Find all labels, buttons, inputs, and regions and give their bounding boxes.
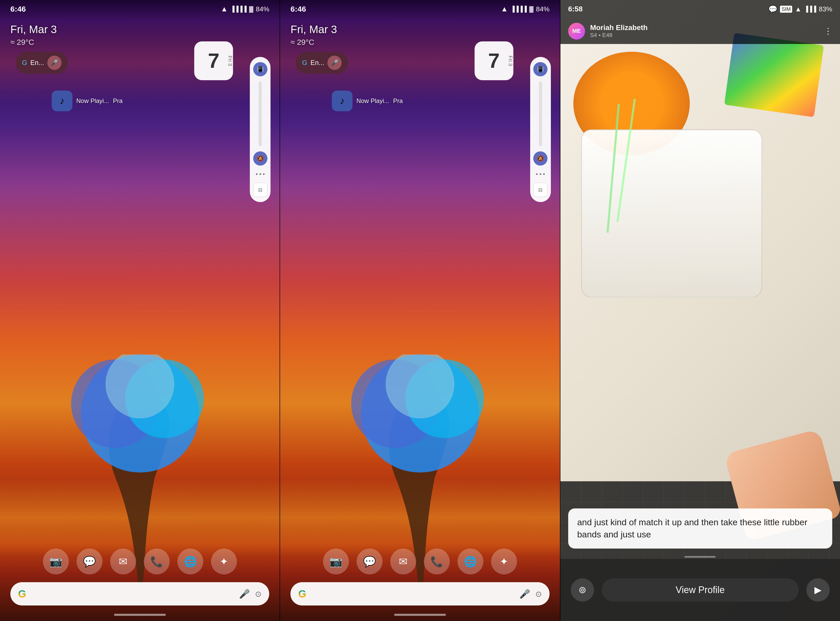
battery-pct-2: 84% [536, 5, 550, 13]
volume-slider-1[interactable] [258, 82, 262, 146]
weather-text-2: ≈ 29°C [290, 38, 337, 47]
wifi-icon-2: ▲ [501, 5, 508, 13]
music-widget-1[interactable]: ♪ Now Playi... Pra [52, 91, 122, 111]
clock-number-2: 7 [488, 49, 500, 73]
translator-widget-2[interactable]: G En... 🎤 [296, 52, 348, 74]
dock-camera-1[interactable]: 📷 [43, 548, 69, 574]
volume-panel-1[interactable]: 📳 🔕 • • • ⊟ [250, 57, 270, 202]
wallpaper-1 [0, 0, 279, 621]
subtitle-text: and just kind of match it up and then ta… [577, 516, 823, 541]
music-label-4: Pra [393, 97, 403, 105]
video-progress [684, 556, 716, 557]
channel-name: Moriah Elizabeth [590, 24, 819, 32]
dock-browser-2[interactable]: 🌐 [458, 548, 483, 574]
captions-icon-2[interactable]: ⊟ [533, 183, 547, 197]
channel-avatar: ME [568, 23, 585, 39]
music-widget-2[interactable]: ♪ Now Playi... Pra [332, 91, 403, 111]
date-widget-1: Fri, Mar 3 ≈ 29°C [11, 23, 57, 47]
channel-bar: ME Moriah Elizabeth S4 • E48 ⋮ [561, 18, 840, 44]
battery-pct-3: 83% [819, 5, 832, 13]
dock-camera-2[interactable]: 📷 [323, 548, 349, 574]
clock-day-2: Fri 3 [507, 56, 513, 66]
music-icon-2[interactable]: ♪ [332, 91, 352, 111]
music-label-1: Now Playi... [76, 97, 109, 105]
battery-icon-2: ▓ [529, 6, 533, 12]
signal-icon-1: ▐▐▐▐ [230, 6, 246, 12]
dock-mail-2[interactable]: ✉ [390, 548, 416, 574]
clock-number-1: 7 [208, 49, 219, 73]
battery-icon-1: ▓ [249, 6, 253, 12]
search-mic-2[interactable]: 🎤 [519, 589, 530, 599]
clock-day-1: Fri 3 [227, 56, 233, 66]
vibrate-icon-1[interactable]: 📳 [253, 62, 267, 76]
volume-panel-2[interactable]: 📳 🔕 • • • ⊟ [530, 57, 551, 202]
phone-screen-2: 6:46 ▲ ▐▐▐▐ ▓ 84% Fri, Mar 3 ≈ 29°C G En… [280, 0, 560, 621]
camera-action-icon: ⊚ [579, 585, 586, 595]
signal-icon-3: ▐▐▐ [804, 6, 816, 12]
bottom-dock-1: 📷 💬 ✉ 📞 🌐 ✦ [43, 548, 237, 574]
more-icon-2[interactable]: • • • [536, 171, 545, 177]
view-profile-label: View Profile [676, 585, 725, 595]
mic-button-1[interactable]: 🎤 [47, 56, 62, 70]
channel-more-button[interactable]: ⋮ [824, 26, 832, 36]
video-status-time: 6:58 [568, 5, 583, 13]
camera-action-button[interactable]: ⊚ [571, 578, 594, 601]
dock-extra-1[interactable]: ✦ [211, 548, 237, 574]
search-mic-1[interactable]: 🎤 [239, 589, 250, 599]
dock-mail-1[interactable]: ✉ [110, 548, 136, 574]
weather-text-1: ≈ 29°C [11, 38, 57, 47]
dock-phone-1[interactable]: 📞 [144, 548, 170, 574]
status-icons-1: ▲ ▐▐▐▐ ▓ 84% [221, 5, 269, 13]
phone-screen-1: 6:46 ▲ ▐▐▐▐ ▓ 84% Fri, Mar 3 ≈ 29°C G En… [0, 0, 279, 621]
status-bar-1: 6:46 ▲ ▐▐▐▐ ▓ 84% [0, 0, 279, 18]
phone-screen-3: 6:58 💬 SIM ▲ ▐▐▐ 83% ME Moriah Elizabeth… [561, 0, 840, 621]
search-bar-2[interactable]: G 🎤 ⊙ [290, 582, 549, 606]
search-bar-1[interactable]: G 🎤 ⊙ [11, 582, 269, 606]
mic-button-2[interactable]: 🎤 [328, 56, 341, 70]
music-label-3: Now Playi... [357, 97, 389, 105]
bottom-dock-2: 📷 💬 ✉ 📞 🌐 ✦ [323, 548, 517, 574]
translate-icon-2: G [302, 59, 307, 67]
status-icons-2: ▲ ▐▐▐▐ ▓ 84% [501, 5, 549, 13]
music-icon-1[interactable]: ♪ [52, 91, 73, 111]
dock-messages-2[interactable]: 💬 [357, 548, 382, 574]
channel-info: Moriah Elizabeth S4 • E48 [590, 24, 819, 39]
search-lens-2[interactable]: ⊙ [535, 589, 542, 598]
next-button[interactable]: ▶ [807, 578, 829, 601]
mute-icon-1[interactable]: 🔕 [253, 151, 267, 166]
channel-episode: S4 • E48 [590, 32, 819, 39]
dock-browser-1[interactable]: 🌐 [177, 548, 203, 574]
translate-icon-1: G [22, 59, 27, 67]
more-icon-1[interactable]: • • • [256, 171, 265, 177]
date-text-2: Fri, Mar 3 [290, 23, 337, 36]
messenger-icon: 💬 [768, 5, 777, 14]
wifi-icon-1: ▲ [221, 5, 228, 13]
clock-widget-1[interactable]: 7 Fri 3 [194, 41, 233, 80]
date-text-1: Fri, Mar 3 [11, 23, 57, 36]
colorful-book [724, 33, 824, 117]
subtitle-box: and just kind of match it up and then ta… [568, 509, 832, 548]
vibrate-icon-2[interactable]: 📳 [533, 62, 547, 76]
translator-widget-1[interactable]: G En... 🎤 [15, 52, 68, 74]
dock-messages-1[interactable]: 💬 [77, 548, 103, 574]
home-indicator-2 [394, 614, 446, 616]
captions-icon-1[interactable]: ⊟ [253, 183, 267, 197]
view-profile-button[interactable]: View Profile [602, 578, 799, 601]
next-icon: ▶ [814, 585, 822, 595]
volume-slider-2[interactable] [539, 82, 542, 146]
search-lens-1[interactable]: ⊙ [255, 589, 261, 598]
volume-fill-2 [539, 127, 542, 146]
status-time-2: 6:46 [290, 5, 306, 14]
video-status-bar: 6:58 💬 SIM ▲ ▐▐▐ 83% [561, 0, 840, 18]
dock-phone-2[interactable]: 📞 [424, 548, 450, 574]
dock-extra-2[interactable]: ✦ [491, 548, 517, 574]
date-widget-2: Fri, Mar 3 ≈ 29°C [290, 23, 337, 47]
volume-fill-1 [258, 108, 262, 146]
clock-widget-2[interactable]: 7 Fri 3 [474, 41, 514, 80]
mute-icon-2[interactable]: 🔕 [533, 151, 547, 166]
wallpaper-2 [280, 0, 560, 621]
status-time-1: 6:46 [11, 5, 26, 14]
wifi-icon-3: ▲ [795, 5, 801, 13]
sim-icon: SIM [780, 6, 792, 13]
battery-pct-1: 84% [256, 5, 269, 13]
